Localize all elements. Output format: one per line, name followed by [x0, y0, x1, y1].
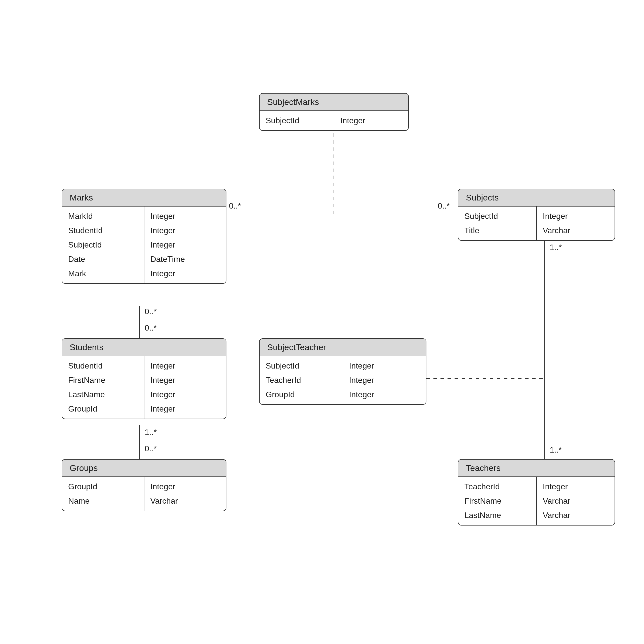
attr-name: MarkId: [62, 209, 144, 223]
attr-type: Integer: [343, 387, 426, 402]
attr-name: SubjectId: [260, 113, 334, 128]
attr-name: GroupId: [62, 402, 144, 416]
cardinality-label: 0..*: [145, 444, 157, 453]
attr-type: Integer: [144, 209, 226, 223]
attr-name: GroupId: [62, 479, 144, 494]
attr-type: Integer: [537, 209, 615, 223]
entity-teachers: Teachers TeacherId FirstName LastName In…: [458, 459, 615, 526]
attr-name: Mark: [62, 266, 144, 281]
attr-name: Title: [458, 223, 536, 238]
entity-title: SubjectMarks: [260, 94, 408, 111]
cardinality-label: 0..*: [145, 307, 157, 316]
attr-type: Integer: [144, 373, 226, 387]
diagram-canvas: SubjectMarks SubjectId Integer Marks Mar…: [0, 0, 644, 644]
attr-name: Name: [62, 494, 144, 508]
entity-groups: Groups GroupId Name Integer Varchar: [62, 459, 226, 511]
attr-type: Integer: [144, 402, 226, 416]
attr-type: Integer: [144, 266, 226, 281]
attr-type: Varchar: [537, 494, 615, 508]
entity-subjectteacher: SubjectTeacher SubjectId TeacherId Group…: [259, 338, 426, 405]
entity-title: Students: [62, 339, 226, 356]
attr-name: StudentId: [62, 223, 144, 238]
attr-name: SubjectId: [458, 209, 536, 223]
cardinality-label: 0..*: [438, 201, 450, 211]
entity-title: Subjects: [458, 189, 615, 207]
attr-name: LastName: [62, 387, 144, 402]
entity-title: Groups: [62, 460, 226, 477]
cardinality-label: 0..*: [229, 201, 241, 211]
cardinality-label: 1..*: [145, 428, 157, 437]
attr-type: Integer: [144, 479, 226, 494]
attr-type: Integer: [144, 238, 226, 252]
attr-name: Date: [62, 252, 144, 266]
attr-name: FirstName: [458, 494, 536, 508]
entity-subjectmarks: SubjectMarks SubjectId Integer: [259, 93, 409, 131]
attr-name: GroupId: [260, 387, 343, 402]
attr-type: Integer: [537, 479, 615, 494]
attr-type: Varchar: [144, 494, 226, 508]
entity-title: SubjectTeacher: [260, 339, 426, 356]
entity-subjects: Subjects SubjectId Title Integer Varchar: [458, 189, 615, 241]
attr-type: Integer: [144, 223, 226, 238]
cardinality-label: 1..*: [550, 445, 562, 455]
attr-name: FirstName: [62, 373, 144, 387]
entity-title: Teachers: [458, 460, 615, 477]
attr-type: Integer: [334, 113, 409, 128]
cardinality-label: 0..*: [145, 323, 157, 333]
attr-type: Varchar: [537, 223, 615, 238]
attr-type: Integer: [343, 359, 426, 373]
attr-name: StudentId: [62, 359, 144, 373]
entity-marks: Marks MarkId StudentId SubjectId Date Ma…: [62, 189, 226, 284]
attr-type: Integer: [144, 359, 226, 373]
attr-name: TeacherId: [458, 479, 536, 494]
attr-name: TeacherId: [260, 373, 343, 387]
attr-name: SubjectId: [62, 238, 144, 252]
cardinality-label: 1..*: [550, 243, 562, 252]
attr-type: Integer: [144, 387, 226, 402]
attr-name: SubjectId: [260, 359, 343, 373]
attr-name: LastName: [458, 508, 536, 522]
attr-type: DateTime: [144, 252, 226, 266]
attr-type: Integer: [343, 373, 426, 387]
entity-title: Marks: [62, 189, 226, 207]
entity-students: Students StudentId FirstName LastName Gr…: [62, 338, 226, 419]
attr-type: Varchar: [537, 508, 615, 522]
